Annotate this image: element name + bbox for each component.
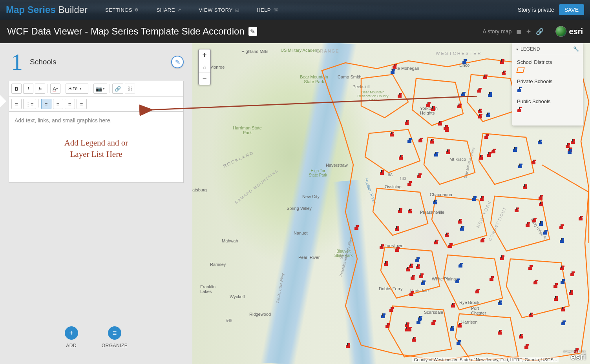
map-pin[interactable] [448, 243, 453, 249]
map-pin[interactable] [479, 196, 484, 202]
save-button[interactable]: SAVE [559, 4, 584, 15]
ordered-list-button[interactable]: ≡ [11, 99, 22, 109]
map-pin[interactable] [433, 240, 439, 246]
map-pin[interactable] [477, 88, 482, 94]
map-pin[interactable] [567, 149, 572, 155]
map-pin[interactable] [477, 109, 482, 115]
organize-button[interactable]: ≡ ORGANIZE [102, 326, 128, 348]
map-pin[interactable] [426, 102, 431, 108]
edit-title-button[interactable]: ✎ [248, 27, 257, 36]
clear-format-button[interactable]: Ix [35, 84, 45, 94]
map-pin[interactable] [522, 184, 528, 191]
map-pin[interactable] [407, 181, 412, 187]
map-pin[interactable] [561, 320, 566, 327]
map-pin[interactable] [409, 291, 414, 297]
map-pin[interactable] [570, 271, 575, 278]
map-pin[interactable] [538, 202, 544, 208]
map-pin[interactable] [415, 264, 420, 271]
map-pin[interactable] [553, 283, 558, 289]
bold-button[interactable]: B [11, 84, 22, 94]
zoom-home-button[interactable]: ⌂ [199, 61, 210, 73]
map-pin[interactable] [457, 219, 462, 225]
map-pin[interactable] [385, 323, 390, 329]
map-pin[interactable] [560, 279, 565, 286]
map-pin[interactable] [514, 207, 519, 214]
map-pin[interactable] [518, 334, 524, 340]
map-pin[interactable] [458, 263, 463, 269]
align-right-button[interactable]: ≡ [65, 99, 75, 109]
editor-content-area[interactable]: Add text, links, and small graphics here… [9, 112, 183, 182]
map-pin[interactable] [532, 218, 537, 224]
map-pin[interactable] [418, 138, 423, 144]
map-pin[interactable] [354, 225, 359, 231]
map-pin[interactable] [456, 340, 461, 346]
facebook-icon[interactable]: ◼ [516, 28, 521, 35]
align-center-button[interactable]: ≡ [53, 99, 63, 109]
map-pin[interactable] [444, 233, 449, 239]
map-pin[interactable] [491, 149, 496, 155]
map-pin[interactable] [407, 138, 412, 144]
map-pin[interactable] [533, 280, 538, 286]
map-pin[interactable] [501, 71, 506, 77]
nav-share[interactable]: SHARE↗ [157, 7, 181, 13]
map-pin[interactable] [415, 257, 420, 264]
map-pin[interactable] [398, 155, 404, 161]
map-pin[interactable] [485, 113, 491, 119]
map-pin[interactable] [457, 104, 462, 110]
map-pin[interactable] [429, 139, 435, 145]
map-pin[interactable] [517, 164, 523, 170]
map-pin[interactable] [524, 344, 529, 350]
map-pin[interactable] [459, 226, 465, 232]
align-left-button[interactable]: ≡ [41, 99, 51, 109]
map-pin[interactable] [497, 300, 502, 307]
map-pin[interactable] [455, 278, 460, 285]
map-pin[interactable] [559, 224, 564, 231]
map-pin[interactable] [538, 221, 544, 228]
map-pin[interactable] [475, 289, 480, 295]
map-pin[interactable] [416, 319, 421, 326]
map-pin[interactable] [416, 173, 422, 180]
map-pin[interactable] [471, 196, 477, 202]
map-pin[interactable] [345, 343, 351, 349]
map-pin[interactable] [404, 322, 410, 329]
italic-button[interactable]: I [23, 84, 33, 94]
map-pin[interactable] [407, 209, 413, 215]
map-pin[interactable] [537, 140, 543, 146]
map-pin[interactable] [395, 247, 400, 253]
map-pin[interactable] [489, 276, 494, 282]
map-pin[interactable] [568, 290, 574, 297]
map-pin[interactable] [410, 275, 415, 281]
align-justify-button[interactable]: ≡ [77, 99, 87, 109]
map-pin[interactable] [512, 147, 518, 153]
link-icon[interactable]: 🔗 [536, 28, 544, 35]
map-pin[interactable] [457, 323, 462, 329]
zoom-in-button[interactable]: + [199, 49, 210, 61]
add-section-button[interactable]: + ADD [65, 326, 78, 348]
map-pin[interactable] [445, 149, 451, 156]
map-pin[interactable] [404, 120, 409, 126]
map-pin[interactable] [497, 330, 502, 336]
map-pin[interactable] [559, 238, 564, 244]
map-pin[interactable] [431, 320, 436, 326]
map-pin[interactable] [499, 59, 505, 66]
map-pin[interactable] [379, 170, 385, 177]
map-canvas[interactable]: Highland Mills US Military Academy Monro… [192, 43, 590, 364]
nav-settings[interactable]: SETTINGS⚙ [105, 7, 139, 13]
font-size-select[interactable]: Size▾ [66, 84, 88, 94]
map-pin[interactable] [560, 307, 566, 313]
zoom-out-button[interactable]: − [199, 73, 210, 85]
map-pin[interactable] [528, 265, 533, 271]
map-pin[interactable] [531, 160, 536, 166]
map-pin[interactable] [443, 125, 448, 131]
map-pin[interactable] [543, 230, 548, 236]
unlink-button[interactable]: ⛓ [125, 84, 135, 94]
map-pin[interactable] [411, 337, 416, 343]
map-pin[interactable] [499, 255, 505, 262]
link-button[interactable]: 🔗 [112, 84, 123, 94]
map-pin[interactable] [553, 296, 559, 302]
insert-media-button[interactable]: 📷▾ [93, 84, 107, 94]
map-pin[interactable] [389, 307, 394, 313]
map-pin[interactable] [420, 280, 426, 287]
map-pin[interactable] [525, 222, 530, 228]
map-pin[interactable] [482, 75, 488, 81]
